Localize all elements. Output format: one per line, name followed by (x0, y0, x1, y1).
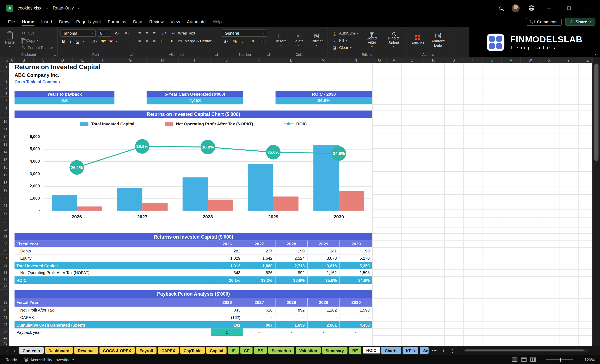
cell[interactable]: 343 (211, 269, 243, 276)
align-center-button[interactable]: ≡ (144, 39, 150, 43)
cell[interactable]: 1 (211, 328, 243, 336)
cell[interactable]: 1,162 (307, 269, 339, 276)
row-header-12[interactable]: 12 (0, 133, 9, 141)
cell[interactable]: 34.8% (339, 276, 372, 284)
row-header-8[interactable]: 8 (0, 104, 9, 110)
sheet-tab-cogs-opex[interactable]: COGS & OPEX (99, 347, 134, 354)
cell[interactable]: 190 (275, 247, 307, 254)
paste-button[interactable]: Paste ▾ (3, 29, 17, 51)
dialog-launcher-icon[interactable] (130, 53, 132, 56)
sheet-tab-bs[interactable]: BS (254, 347, 266, 354)
menu-page-layout[interactable]: Page Layout (73, 17, 104, 26)
cell[interactable]: 1,699 (275, 321, 307, 328)
column-header-k[interactable]: K (243, 57, 275, 63)
page-break-view-button[interactable] (530, 357, 536, 362)
network-icon[interactable] (529, 5, 534, 11)
sheet-tab-captable[interactable]: CapTable (180, 347, 205, 354)
analyze-data-button[interactable]: Analyze Data (429, 29, 447, 51)
cell[interactable]: 5,270 (339, 255, 372, 262)
column-header-j[interactable]: J (211, 57, 243, 63)
cell[interactable]: - (275, 328, 307, 336)
row-header-16[interactable]: 16 (0, 164, 9, 171)
row-header-14[interactable]: 14 (0, 148, 9, 156)
currency-button[interactable]: $▾ (222, 39, 229, 43)
row-header-18[interactable]: 18 (0, 179, 9, 187)
cell[interactable]: 626 (243, 269, 275, 276)
sheet-tab-payroll[interactable]: Payroll (136, 347, 156, 354)
dialog-launcher-icon[interactable] (267, 53, 270, 56)
cell[interactable]: 2,861 (307, 321, 339, 328)
cell[interactable]: - (339, 328, 372, 336)
wrap-text-button[interactable]: ↩Wrap Text (169, 29, 197, 37)
cell[interactable]: 3,818 (307, 262, 339, 269)
row-header-17[interactable]: 17 (0, 171, 9, 179)
menu-review[interactable]: Review (146, 17, 167, 26)
sheet-cells[interactable]: Returns on Invested Capital ABC Company … (9, 63, 592, 346)
row-header-40[interactable]: 40 (0, 307, 9, 314)
decrease-decimal-button[interactable]: .00→ (257, 39, 268, 43)
row-header-34[interactable]: 34 (0, 276, 9, 284)
sheet-tab-is[interactable]: IS (228, 347, 239, 354)
row-header-15[interactable]: 15 (0, 156, 9, 164)
row-header-33[interactable]: 33 (0, 269, 9, 276)
column-header-s[interactable]: S (444, 57, 464, 63)
column-header-e[interactable]: E (73, 57, 93, 63)
font-name-combo[interactable]: Tahoma▾ (60, 29, 95, 37)
column-header-v[interactable]: V (502, 57, 521, 63)
column-header-u[interactable]: U (483, 57, 502, 63)
column-header-g[interactable]: G (114, 57, 146, 63)
delete-cells-button[interactable]: ×Delete▾ (290, 29, 306, 51)
cell[interactable]: 1,642 (243, 255, 275, 262)
cell[interactable]: 1,312 (211, 262, 243, 269)
addins-button[interactable]: Add-ins (409, 29, 427, 51)
column-header-b[interactable]: B (14, 57, 34, 63)
font-size-combo[interactable]: 8▾ (97, 29, 111, 37)
row-header-21[interactable]: 21 (0, 202, 9, 209)
row-header-28[interactable]: 28 (0, 240, 9, 247)
column-header-w[interactable]: W (521, 57, 540, 63)
row-header-22[interactable]: 22 (0, 209, 9, 217)
align-left-button[interactable]: ≡ (137, 39, 142, 43)
vertical-scrollbar[interactable] (592, 57, 600, 346)
row-header-19[interactable]: 19 (0, 187, 9, 194)
dialog-launcher-icon[interactable] (54, 53, 56, 56)
row-header-31[interactable]: 31 (0, 255, 9, 262)
align-right-button[interactable]: ≡ (151, 39, 157, 43)
close-button[interactable]: × (583, 3, 594, 13)
row-header-42[interactable]: 42 (0, 321, 9, 328)
font-color-button[interactable]: A (108, 39, 114, 43)
column-header-m[interactable]: M (307, 57, 339, 63)
row-header-32[interactable]: 32 (0, 262, 9, 269)
row-header-30[interactable]: 30 (0, 247, 9, 255)
cell[interactable]: 39.2% (243, 276, 275, 284)
account-avatar[interactable] (512, 4, 520, 12)
column-header-l[interactable]: L (275, 57, 307, 63)
decrease-font-button[interactable]: A▾ (123, 31, 131, 35)
bar-total-invested-capital[interactable] (314, 145, 339, 211)
column-header-z[interactable]: Z (578, 57, 592, 63)
sheet-tab-contents[interactable]: Contents (19, 347, 44, 354)
cell[interactable]: (162) (211, 314, 243, 321)
sheet-tab-capex[interactable]: CAPEX (158, 347, 179, 354)
align-top-button[interactable]: ≡ (137, 31, 142, 35)
normal-view-button[interactable] (512, 357, 517, 362)
cell[interactable]: 3,678 (307, 255, 339, 262)
minimize-button[interactable] (543, 3, 554, 13)
bar-net-operating-profit-after-tax-nopat[interactable] (142, 203, 168, 211)
clear-button[interactable]: ◪Clear▾ (331, 44, 360, 51)
table-of-contents-link[interactable]: Go to Table of Contents (14, 80, 60, 84)
insert-cells-button[interactable]: +Insert▾ (274, 29, 288, 51)
sheet-tab-roic[interactable]: ROIC (363, 347, 380, 354)
menu-help[interactable]: Help (209, 17, 225, 26)
align-middle-button[interactable]: ≡ (144, 31, 150, 35)
tab-scroll-left-icon[interactable]: ‹ (4, 348, 10, 353)
comma-button[interactable]: , (240, 39, 244, 43)
tab-options-icon[interactable]: ⋮ (448, 348, 457, 353)
borders-button[interactable]: ⊞▾ (90, 39, 99, 44)
orientation-button[interactable]: ab▾ (159, 31, 168, 35)
row-header-45[interactable]: 45 (0, 341, 9, 346)
find-select-button[interactable]: Find & Select▾ (384, 29, 403, 51)
sheet-tab-revenue[interactable]: Revenue (75, 347, 98, 354)
row-header-1[interactable]: 1 (0, 63, 9, 72)
cell[interactable]: 1,162 (307, 307, 339, 313)
